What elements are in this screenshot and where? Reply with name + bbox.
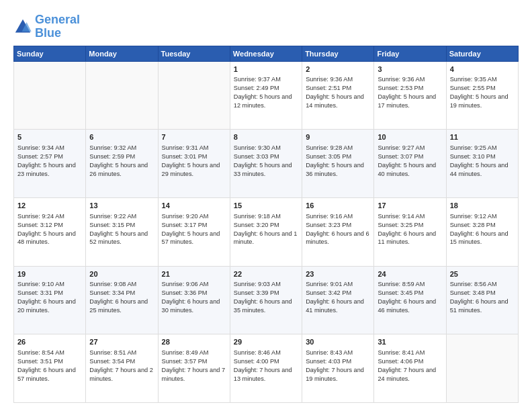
day-info: Sunrise: 9:28 AM Sunset: 3:05 PM Dayligh… — [306, 144, 370, 179]
day-info: Sunrise: 9:25 AM Sunset: 3:10 PM Dayligh… — [450, 144, 515, 179]
col-header-tuesday: Tuesday — [158, 46, 230, 61]
calendar-cell: 11Sunrise: 9:25 AM Sunset: 3:10 PM Dayli… — [446, 130, 518, 198]
calendar-cell: 2Sunrise: 9:36 AM Sunset: 2:51 PM Daylig… — [302, 61, 374, 130]
day-number: 8 — [234, 132, 298, 142]
day-number: 21 — [162, 269, 226, 279]
calendar-cell — [14, 61, 86, 130]
day-info: Sunrise: 9:18 AM Sunset: 3:20 PM Dayligh… — [234, 212, 298, 247]
col-header-wednesday: Wednesday — [230, 46, 302, 61]
day-number: 19 — [17, 269, 82, 279]
day-info: Sunrise: 9:10 AM Sunset: 3:31 PM Dayligh… — [17, 280, 82, 315]
calendar-week-2: 5Sunrise: 9:34 AM Sunset: 2:57 PM Daylig… — [14, 130, 519, 198]
day-info: Sunrise: 9:01 AM Sunset: 3:42 PM Dayligh… — [306, 280, 370, 315]
calendar-cell: 29Sunrise: 8:46 AM Sunset: 4:00 PM Dayli… — [230, 334, 302, 403]
day-info: Sunrise: 9:34 AM Sunset: 2:57 PM Dayligh… — [17, 144, 82, 179]
day-number: 29 — [234, 337, 298, 347]
calendar-cell: 15Sunrise: 9:18 AM Sunset: 3:20 PM Dayli… — [230, 197, 302, 266]
calendar-cell: 7Sunrise: 9:31 AM Sunset: 3:01 PM Daylig… — [158, 130, 230, 198]
calendar-cell: 1Sunrise: 9:37 AM Sunset: 2:49 PM Daylig… — [230, 61, 302, 130]
calendar-cell: 28Sunrise: 8:49 AM Sunset: 3:57 PM Dayli… — [158, 334, 230, 403]
day-info: Sunrise: 9:36 AM Sunset: 2:51 PM Dayligh… — [306, 75, 370, 110]
day-info: Sunrise: 9:31 AM Sunset: 3:01 PM Dayligh… — [162, 144, 226, 179]
day-number: 28 — [162, 337, 226, 347]
calendar-week-3: 12Sunrise: 9:24 AM Sunset: 3:12 PM Dayli… — [14, 197, 519, 266]
day-info: Sunrise: 9:30 AM Sunset: 3:03 PM Dayligh… — [234, 144, 298, 179]
day-info: Sunrise: 9:08 AM Sunset: 3:34 PM Dayligh… — [89, 280, 154, 315]
day-info: Sunrise: 9:20 AM Sunset: 3:17 PM Dayligh… — [162, 212, 226, 247]
day-info: Sunrise: 8:51 AM Sunset: 3:54 PM Dayligh… — [89, 349, 154, 383]
day-info: Sunrise: 9:16 AM Sunset: 3:23 PM Dayligh… — [306, 212, 370, 247]
calendar-cell — [446, 334, 518, 403]
day-number: 31 — [378, 337, 442, 347]
calendar-cell: 20Sunrise: 9:08 AM Sunset: 3:34 PM Dayli… — [86, 266, 158, 334]
day-number: 22 — [234, 269, 298, 279]
calendar-cell: 16Sunrise: 9:16 AM Sunset: 3:23 PM Dayli… — [302, 197, 374, 266]
day-number: 17 — [378, 201, 442, 211]
calendar-cell: 14Sunrise: 9:20 AM Sunset: 3:17 PM Dayli… — [158, 197, 230, 266]
day-number: 15 — [234, 201, 298, 211]
calendar-cell: 27Sunrise: 8:51 AM Sunset: 3:54 PM Dayli… — [86, 334, 158, 403]
col-header-monday: Monday — [86, 46, 158, 61]
day-info: Sunrise: 9:03 AM Sunset: 3:39 PM Dayligh… — [234, 280, 298, 315]
day-number: 14 — [162, 201, 226, 211]
calendar-cell: 13Sunrise: 9:22 AM Sunset: 3:15 PM Dayli… — [86, 197, 158, 266]
col-header-friday: Friday — [374, 46, 446, 61]
day-number: 11 — [450, 132, 515, 142]
day-number: 7 — [162, 132, 226, 142]
day-info: Sunrise: 8:46 AM Sunset: 4:00 PM Dayligh… — [234, 349, 298, 383]
day-number: 6 — [89, 132, 154, 142]
calendar-header-row: SundayMondayTuesdayWednesdayThursdayFrid… — [14, 46, 519, 61]
calendar-cell: 8Sunrise: 9:30 AM Sunset: 3:03 PM Daylig… — [230, 130, 302, 198]
calendar-cell — [86, 61, 158, 130]
day-number: 27 — [89, 337, 154, 347]
day-number: 26 — [17, 337, 82, 347]
day-info: Sunrise: 8:43 AM Sunset: 4:03 PM Dayligh… — [306, 349, 370, 383]
calendar-cell: 18Sunrise: 9:12 AM Sunset: 3:28 PM Dayli… — [446, 197, 518, 266]
calendar-cell — [158, 61, 230, 130]
day-number: 30 — [306, 337, 370, 347]
day-number: 2 — [306, 64, 370, 75]
day-number: 10 — [378, 132, 442, 142]
calendar-cell: 25Sunrise: 8:56 AM Sunset: 3:48 PM Dayli… — [446, 266, 518, 334]
col-header-thursday: Thursday — [302, 46, 374, 61]
calendar-cell: 22Sunrise: 9:03 AM Sunset: 3:39 PM Dayli… — [230, 266, 302, 334]
day-number: 13 — [89, 201, 154, 211]
calendar-cell: 23Sunrise: 9:01 AM Sunset: 3:42 PM Dayli… — [302, 266, 374, 334]
day-number: 23 — [306, 269, 370, 279]
calendar-cell: 31Sunrise: 8:41 AM Sunset: 4:06 PM Dayli… — [374, 334, 446, 403]
calendar-cell: 19Sunrise: 9:10 AM Sunset: 3:31 PM Dayli… — [14, 266, 86, 334]
day-info: Sunrise: 8:56 AM Sunset: 3:48 PM Dayligh… — [450, 280, 515, 315]
logo-icon — [13, 17, 32, 36]
day-info: Sunrise: 9:36 AM Sunset: 2:53 PM Dayligh… — [378, 75, 442, 110]
calendar-cell: 30Sunrise: 8:43 AM Sunset: 4:03 PM Dayli… — [302, 334, 374, 403]
day-info: Sunrise: 9:12 AM Sunset: 3:28 PM Dayligh… — [450, 212, 515, 247]
day-info: Sunrise: 9:24 AM Sunset: 3:12 PM Dayligh… — [17, 212, 82, 247]
day-number: 3 — [378, 64, 442, 75]
day-info: Sunrise: 9:32 AM Sunset: 2:59 PM Dayligh… — [89, 144, 154, 179]
day-info: Sunrise: 8:41 AM Sunset: 4:06 PM Dayligh… — [378, 349, 442, 383]
day-number: 12 — [17, 201, 82, 211]
calendar-week-5: 26Sunrise: 8:54 AM Sunset: 3:51 PM Dayli… — [14, 334, 519, 403]
col-header-saturday: Saturday — [446, 46, 518, 61]
day-number: 18 — [450, 201, 515, 211]
calendar-cell: 10Sunrise: 9:27 AM Sunset: 3:07 PM Dayli… — [374, 130, 446, 198]
header: General Blue — [13, 11, 519, 40]
day-info: Sunrise: 9:14 AM Sunset: 3:25 PM Dayligh… — [378, 212, 442, 247]
day-number: 24 — [378, 269, 442, 279]
calendar: SundayMondayTuesdayWednesdayThursdayFrid… — [13, 46, 519, 403]
calendar-cell: 4Sunrise: 9:35 AM Sunset: 2:55 PM Daylig… — [446, 61, 518, 130]
day-info: Sunrise: 8:49 AM Sunset: 3:57 PM Dayligh… — [162, 349, 226, 383]
day-number: 9 — [306, 132, 370, 142]
col-header-sunday: Sunday — [14, 46, 86, 61]
day-number: 1 — [234, 64, 298, 75]
day-number: 20 — [89, 269, 154, 279]
day-info: Sunrise: 8:59 AM Sunset: 3:45 PM Dayligh… — [378, 280, 442, 315]
day-info: Sunrise: 8:54 AM Sunset: 3:51 PM Dayligh… — [17, 349, 82, 383]
calendar-cell: 17Sunrise: 9:14 AM Sunset: 3:25 PM Dayli… — [374, 197, 446, 266]
logo-text: General Blue — [35, 13, 80, 40]
day-number: 4 — [450, 64, 515, 75]
page: General Blue SundayMondayTuesdayWednesda… — [0, 0, 532, 411]
calendar-cell: 9Sunrise: 9:28 AM Sunset: 3:05 PM Daylig… — [302, 130, 374, 198]
calendar-week-1: 1Sunrise: 9:37 AM Sunset: 2:49 PM Daylig… — [14, 61, 519, 130]
calendar-cell: 5Sunrise: 9:34 AM Sunset: 2:57 PM Daylig… — [14, 130, 86, 198]
